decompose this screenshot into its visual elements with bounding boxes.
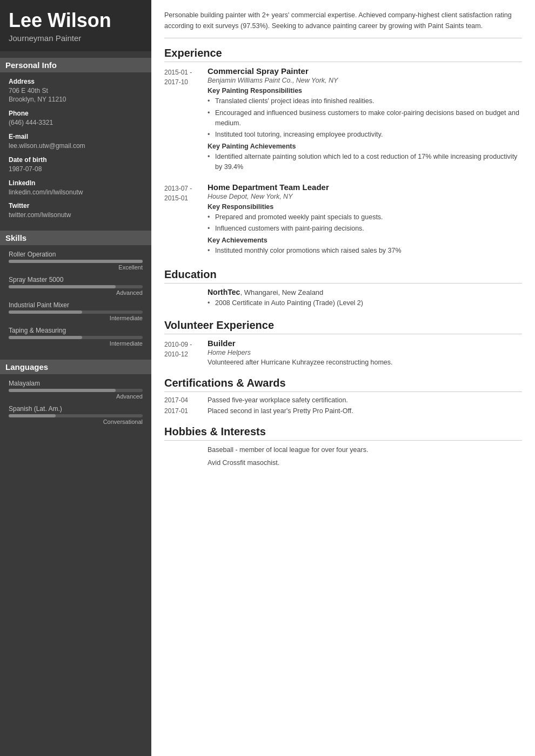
languages-section: Languages Malayalam Advanced Spanish (La…	[0, 353, 151, 431]
education-indent	[164, 288, 208, 308]
education-bullets: 2008 Certificate in Auto Painting (Trade…	[208, 298, 522, 308]
skill-bar-background	[9, 285, 143, 288]
hobby-indent	[164, 458, 208, 468]
linkedin-label: LinkedIn	[9, 179, 143, 187]
candidate-name: Lee Wilson	[9, 10, 143, 31]
twitter-label: Twitter	[9, 202, 143, 210]
skill-level: Advanced	[9, 289, 143, 296]
twitter-value: twitter.com/lwilsonutw	[9, 211, 143, 220]
experience-job-title: Commercial Spray Painter	[208, 66, 522, 76]
skill-item: Spray Master 5000 Advanced	[9, 276, 143, 296]
language-item: Spanish (Lat. Am.) Conversational	[9, 405, 143, 425]
education-entry: NorthTec, Whangarei, New Zealand 2008 Ce…	[164, 288, 522, 308]
certification-date: 2017-01	[164, 407, 208, 415]
experience-company: House Depot, New York, NY	[208, 193, 522, 200]
skill-name: Spray Master 5000	[9, 276, 143, 284]
volunteer-section: Volunteer Experience 2010-09 -2010-12 Bu…	[164, 319, 522, 366]
personal-info-heading: Personal Info	[0, 58, 151, 72]
skills-heading: Skills	[0, 231, 151, 245]
volunteer-dates: 2010-09 -2010-12	[164, 339, 208, 366]
skill-item: Industrial Paint Mixer Intermediate	[9, 301, 143, 321]
experience-section: Experience 2015-01 -2017-10 Commercial S…	[164, 47, 522, 258]
hobbies-heading: Hobbies & Interests	[164, 426, 522, 441]
skill-item: Roller Operation Excellent	[9, 251, 143, 271]
hobbies-list: Baseball - member of local league for ov…	[164, 445, 522, 469]
experience-entry: 2015-01 -2017-10 Commercial Spray Painte…	[164, 66, 522, 174]
skill-bar-background	[9, 310, 143, 314]
language-bar-fill	[9, 414, 56, 417]
certification-entry: 2017-01 Placed second in last year's Pre…	[164, 407, 522, 415]
experience-bullet: Translated clients' project ideas into f…	[208, 96, 522, 106]
experience-bullets: Instituted monthly color promotions whic…	[208, 246, 522, 256]
experience-content: Commercial Spray Painter Benjamin Willia…	[208, 66, 522, 174]
hobby-text: Baseball - member of local league for ov…	[208, 445, 522, 455]
summary-text: Personable building painter with 2+ year…	[164, 10, 522, 38]
experience-content: Home Department Team Leader House Depot,…	[208, 183, 522, 258]
volunteer-org: Home Helpers	[208, 349, 522, 356]
education-school: NorthTec, Whangarei, New Zealand	[208, 288, 522, 296]
skill-name: Industrial Paint Mixer	[9, 301, 143, 309]
skill-name: Taping & Measuring	[9, 327, 143, 334]
volunteer-content: Builder Home Helpers Volunteered after H…	[208, 339, 522, 366]
sidebar: Lee Wilson Journeyman Painter Personal I…	[0, 0, 151, 756]
experience-bullet: Encouraged and influenced business custo…	[208, 108, 522, 129]
experience-bullets: Identified alternate painting solution w…	[208, 152, 522, 172]
skill-level: Excellent	[9, 264, 143, 271]
experience-company: Benjamin Williams Paint Co., New York, N…	[208, 77, 522, 84]
skill-bar-background	[9, 336, 143, 339]
main-content: Personable building painter with 2+ year…	[151, 0, 535, 756]
education-content: NorthTec, Whangarei, New Zealand 2008 Ce…	[208, 288, 522, 308]
certification-entry: 2017-04 Passed five-year workplace safet…	[164, 396, 522, 404]
education-list: NorthTec, Whangarei, New Zealand 2008 Ce…	[164, 288, 522, 308]
hobby-entry: Baseball - member of local league for ov…	[164, 445, 522, 455]
experience-dates: 2013-07 -2015-01	[164, 183, 208, 258]
education-heading: Education	[164, 268, 522, 284]
language-bar-background	[9, 414, 143, 417]
dob-label: Date of birth	[9, 156, 143, 164]
certifications-section: Certifications & Awards 2017-04 Passed f…	[164, 377, 522, 415]
email-value: lee.wilson.utw@gmail.com	[9, 141, 143, 151]
skill-item: Taping & Measuring Intermediate	[9, 327, 143, 347]
certification-desc: Placed second in last year's Pretty Pro …	[208, 407, 522, 415]
experience-bullet: Influenced customers with paint-pairing …	[208, 224, 522, 234]
dob-value: 1987-07-08	[9, 165, 143, 174]
volunteer-heading: Volunteer Experience	[164, 319, 522, 334]
experience-subheading: Key Painting Achievements	[208, 143, 522, 150]
sidebar-header: Lee Wilson Journeyman Painter	[0, 0, 151, 51]
skill-name: Roller Operation	[9, 251, 143, 258]
education-section: Education NorthTec, Whangarei, New Zeala…	[164, 268, 522, 308]
experience-subheading: Key Achievements	[208, 237, 522, 244]
volunteer-entry: 2010-09 -2010-12 Builder Home Helpers Vo…	[164, 339, 522, 366]
skill-bar-fill	[9, 260, 143, 263]
skill-bar-fill	[9, 285, 116, 288]
address-value: 706 E 40th StBrooklyn, NY 11210	[9, 86, 143, 105]
experience-bullet: Prepared and promoted weekly paint speci…	[208, 212, 522, 222]
personal-info-section: Personal Info Address 706 E 40th StBrook…	[0, 51, 151, 225]
language-level: Conversational	[9, 418, 143, 425]
experience-dates: 2015-01 -2017-10	[164, 66, 208, 174]
certification-date: 2017-04	[164, 396, 208, 404]
certifications-list: 2017-04 Passed five-year workplace safet…	[164, 396, 522, 415]
hobby-indent	[164, 445, 208, 455]
language-name: Malayalam	[9, 380, 143, 387]
experience-list: 2015-01 -2017-10 Commercial Spray Painte…	[164, 66, 522, 258]
experience-job-title: Home Department Team Leader	[208, 183, 522, 192]
certification-desc: Passed five-year workplace safety certif…	[208, 396, 522, 404]
experience-subheading: Key Painting Responsibilities	[208, 87, 522, 94]
experience-bullet: Instituted tool tutoring, increasing emp…	[208, 130, 522, 140]
certifications-heading: Certifications & Awards	[164, 377, 522, 392]
skills-section: Skills Roller Operation Excellent Spray …	[0, 224, 151, 353]
skill-bar-background	[9, 260, 143, 263]
experience-bullet: Identified alternate painting solution w…	[208, 152, 522, 172]
hobby-entry: Avid Crossfit masochist.	[164, 458, 522, 468]
skill-bar-fill	[9, 310, 82, 314]
volunteer-list: 2010-09 -2010-12 Builder Home Helpers Vo…	[164, 339, 522, 366]
volunteer-desc: Volunteered after Hurricane Kuhrayzee re…	[208, 359, 522, 366]
candidate-title: Journeyman Painter	[9, 33, 143, 43]
skill-level: Intermediate	[9, 315, 143, 321]
experience-bullets: Translated clients' project ideas into f…	[208, 96, 522, 140]
skills-list: Roller Operation Excellent Spray Master …	[9, 251, 143, 347]
languages-heading: Languages	[0, 360, 151, 374]
skill-bar-fill	[9, 336, 82, 339]
phone-label: Phone	[9, 110, 143, 117]
